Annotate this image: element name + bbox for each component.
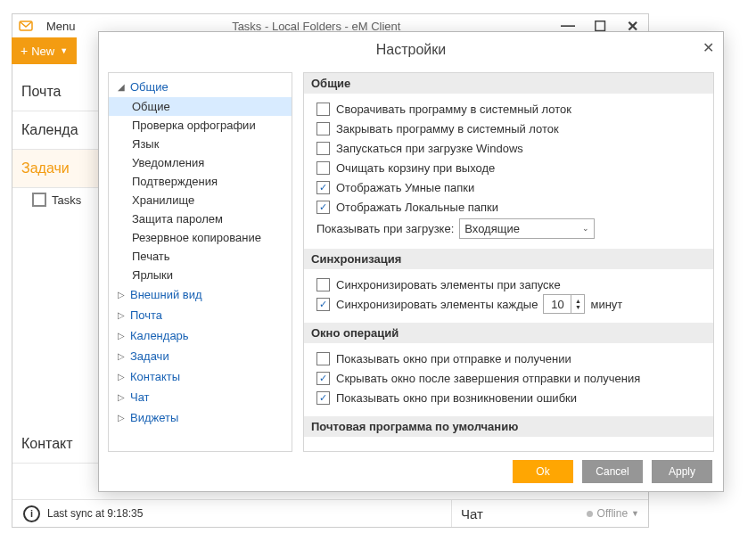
opt-label: Отображать Умные папки xyxy=(336,181,474,194)
tree-general[interactable]: ◢Общие xyxy=(109,77,292,97)
tree-general-label: Общие xyxy=(130,80,168,94)
checkbox[interactable] xyxy=(316,298,330,311)
opt-minimize-tray[interactable]: Сворачивать программу в системный лоток xyxy=(316,99,706,119)
checkbox[interactable] xyxy=(316,391,330,405)
caret-right-icon: ▷ xyxy=(118,413,128,423)
tree-widgets[interactable]: ▷Виджеты xyxy=(109,407,292,428)
checkbox[interactable] xyxy=(316,181,330,194)
offline-dot-icon xyxy=(587,511,593,517)
spinner-arrows[interactable]: ▲▼ xyxy=(571,294,585,314)
caret-right-icon: ▷ xyxy=(118,310,128,320)
checkbox[interactable] xyxy=(316,122,330,135)
settings-tree[interactable]: ◢Общие Общие Проверка орфографии Язык Ув… xyxy=(108,72,292,452)
chevron-down-icon: ▼ xyxy=(60,46,68,55)
main-sidebar: Почта Календа Задачи Tasks Контакт xyxy=(12,73,102,464)
dialog-close-button[interactable]: ✕ xyxy=(703,39,714,56)
nav-tasks[interactable]: Задачи xyxy=(12,150,102,188)
tree-calendar[interactable]: ▷Календарь xyxy=(109,325,292,346)
caret-right-icon: ▷ xyxy=(118,392,128,402)
opt-label: Синхронизировать элементы каждые xyxy=(336,298,538,311)
section-general-header: Общие xyxy=(304,73,713,94)
sync-minutes-input[interactable]: 10 xyxy=(543,294,571,314)
last-sync-text: Last sync at 9:18:35 xyxy=(47,507,143,520)
apply-button[interactable]: Apply xyxy=(652,460,712,483)
tree-chat[interactable]: ▷Чат xyxy=(109,387,292,407)
tree-calendar-label: Календарь xyxy=(130,329,189,342)
tree-mail-label: Почта xyxy=(130,308,162,322)
opt-run-startup[interactable]: Запускаться при загрузке Windows xyxy=(316,138,706,158)
info-icon[interactable]: i xyxy=(23,505,40,522)
checkbox[interactable] xyxy=(316,352,330,365)
opt-local-folders[interactable]: Отображать Локальные папки xyxy=(316,197,706,217)
nav-calendar[interactable]: Календа xyxy=(12,111,102,150)
tree-appearance-label: Внешний вид xyxy=(130,288,202,301)
tree-confirmations[interactable]: Подтверждения xyxy=(109,172,292,191)
chevron-down-icon: ▼ xyxy=(631,509,639,518)
opt-show-sendrecv[interactable]: Показывать окно при отправке и получении xyxy=(316,349,706,368)
opt-label: Запускаться при загрузке Windows xyxy=(336,142,523,155)
caret-down-icon: ◢ xyxy=(118,82,128,92)
tree-contacts[interactable]: ▷Контакты xyxy=(109,366,292,387)
opt-label: Показывать окно при возникновении ошибки xyxy=(336,391,577,405)
caret-right-icon: ▷ xyxy=(118,290,128,300)
caret-right-icon: ▷ xyxy=(118,351,128,361)
checkbox[interactable] xyxy=(316,142,330,155)
cancel-button[interactable]: Cancel xyxy=(582,460,643,483)
new-button-label: New xyxy=(31,45,54,58)
tree-notifications[interactable]: Уведомления xyxy=(109,153,292,172)
nav-mail[interactable]: Почта xyxy=(12,73,102,111)
app-icon xyxy=(18,18,34,34)
checkbox[interactable] xyxy=(316,103,330,116)
opt-label: Скрывать окно после завершения отправки … xyxy=(336,372,640,385)
checkbox-icon xyxy=(32,193,46,207)
section-sync-header: Синхронизация xyxy=(304,249,713,269)
opt-label: Показывать окно при отправке и получении xyxy=(336,352,571,365)
opt-smart-folders[interactable]: Отображать Умные папки xyxy=(316,177,706,197)
opt-sync-every[interactable]: Синхронизировать элементы каждые 10 ▲▼ м… xyxy=(316,294,706,314)
opt-unit: минут xyxy=(590,298,622,311)
nav-contacts[interactable]: Контакт xyxy=(12,425,102,464)
tree-tasks-label: Задачи xyxy=(130,349,169,363)
chat-status[interactable]: Чат Offline ▼ xyxy=(451,500,648,527)
opt-empty-trash[interactable]: Очищать корзину при выходе xyxy=(316,158,706,177)
new-button[interactable]: + New ▼ xyxy=(12,37,77,64)
caret-right-icon: ▷ xyxy=(118,331,128,341)
offline-text: Offline xyxy=(597,507,628,520)
checkbox[interactable] xyxy=(316,372,330,385)
tree-appearance[interactable]: ▷Внешний вид xyxy=(109,284,292,305)
opt-sync-startup[interactable]: Синхронизировать элементы при запуске xyxy=(316,275,706,294)
section-default-mail-header: Почтовая программа по умолчанию xyxy=(304,416,713,437)
section-ops-header: Окно операций xyxy=(304,323,713,343)
checkbox[interactable] xyxy=(316,201,330,214)
dialog-buttons: Ok Cancel Apply xyxy=(99,452,723,491)
tree-general-general[interactable]: Общие xyxy=(109,97,292,116)
tree-storage[interactable]: Хранилище xyxy=(109,191,292,209)
opt-label: Отображать Локальные папки xyxy=(336,201,498,214)
settings-dialog: Настройки ✕ ◢Общие Общие Проверка орфогр… xyxy=(98,31,724,492)
menu-button[interactable]: Menu xyxy=(41,17,81,36)
tree-widgets-label: Виджеты xyxy=(130,411,178,424)
tree-mail[interactable]: ▷Почта xyxy=(109,305,292,325)
show-on-start-combo[interactable]: Входящие ⌄ xyxy=(459,218,595,239)
opt-close-tray[interactable]: Закрывать программу в системный лоток xyxy=(316,119,706,138)
checkbox[interactable] xyxy=(316,278,330,291)
ok-button[interactable]: Ok xyxy=(513,460,573,483)
checkbox[interactable] xyxy=(316,161,330,175)
opt-show-error[interactable]: Показывать окно при возникновении ошибки xyxy=(316,388,706,407)
opt-label: Синхронизировать элементы при запуске xyxy=(336,278,561,291)
tree-backup[interactable]: Резервное копирование xyxy=(109,228,292,247)
status-bar: i Last sync at 9:18:35 Чат Offline ▼ xyxy=(12,499,648,527)
tree-tasks[interactable]: ▷Задачи xyxy=(109,346,292,366)
tree-contacts-label: Контакты xyxy=(130,370,180,383)
tree-language[interactable]: Язык xyxy=(109,135,292,153)
dialog-title-text: Настройки xyxy=(376,42,446,58)
tree-password[interactable]: Защита паролем xyxy=(109,209,292,228)
tree-spellcheck[interactable]: Проверка орфографии xyxy=(109,116,292,135)
tasks-sub-label: Tasks xyxy=(52,193,81,207)
opt-hide-done[interactable]: Скрывать окно после завершения отправки … xyxy=(316,368,706,388)
tree-print[interactable]: Печать xyxy=(109,247,292,266)
opt-label: Показывать при загрузке: xyxy=(316,222,454,235)
tasks-local-folder[interactable]: Tasks xyxy=(12,188,102,211)
tree-shortcuts[interactable]: Ярлыки xyxy=(109,266,292,284)
opt-label: Очищать корзину при выходе xyxy=(336,161,495,175)
